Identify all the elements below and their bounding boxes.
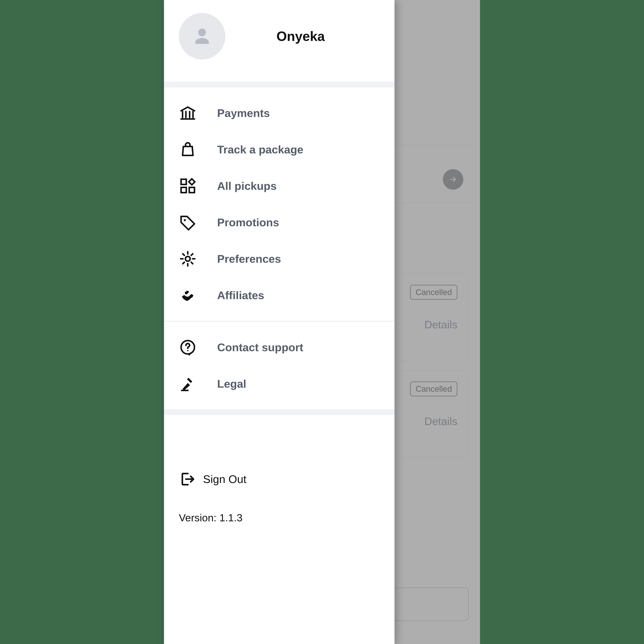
- menu-label: Promotions: [217, 216, 279, 229]
- svg-rect-0: [181, 179, 186, 184]
- menu-item-preferences[interactable]: Preferences: [164, 241, 395, 277]
- menu-item-all-pickups[interactable]: All pickups: [164, 168, 395, 204]
- menu-group-support: Contact support Legal: [164, 322, 395, 409]
- divider: [164, 82, 395, 87]
- divider: [164, 409, 395, 415]
- menu-item-promotions[interactable]: Promotions: [164, 204, 395, 241]
- menu-label: Preferences: [217, 252, 281, 265]
- version-label: Version: 1.1.3: [179, 512, 380, 524]
- menu-label: Legal: [217, 377, 246, 390]
- svg-point-4: [185, 256, 190, 261]
- svg-rect-1: [181, 187, 186, 193]
- menu-item-legal[interactable]: Legal: [164, 366, 395, 402]
- svg-rect-2: [189, 187, 194, 193]
- bag-icon: [179, 141, 197, 158]
- gavel-icon: [179, 375, 197, 393]
- sign-out-button[interactable]: Sign Out: [179, 471, 380, 487]
- handshake-icon: [179, 286, 197, 304]
- avatar: [179, 13, 225, 59]
- menu-item-affiliates[interactable]: Affiliates: [164, 277, 395, 313]
- bank-icon: [179, 104, 197, 122]
- gear-icon: [179, 250, 197, 268]
- menu-label: Affiliates: [217, 289, 264, 302]
- help-icon: [179, 338, 197, 356]
- profile-name: Onyeka: [236, 29, 380, 44]
- menu-item-track-package[interactable]: Track a package: [164, 131, 395, 168]
- menu-label: Track a package: [217, 143, 303, 156]
- side-drawer: Onyeka Payments Track a package: [164, 0, 395, 644]
- menu-label: Contact support: [217, 341, 303, 354]
- menu-item-contact-support[interactable]: Contact support: [164, 329, 395, 366]
- menu-label: Payments: [217, 107, 270, 120]
- tag-icon: [179, 213, 197, 231]
- svg-point-6: [187, 350, 188, 351]
- sign-out-icon: [179, 471, 196, 487]
- svg-point-3: [184, 219, 186, 221]
- menu-group-main: Payments Track a package All pickups: [164, 87, 395, 321]
- menu-label: All pickups: [217, 180, 277, 192]
- profile-header[interactable]: Onyeka: [164, 0, 395, 82]
- sign-out-label: Sign Out: [203, 473, 246, 486]
- widgets-icon: [179, 177, 197, 195]
- phone-frame: Cancelled Details Cancelled Details Onye…: [164, 0, 480, 644]
- menu-item-payments[interactable]: Payments: [164, 95, 395, 131]
